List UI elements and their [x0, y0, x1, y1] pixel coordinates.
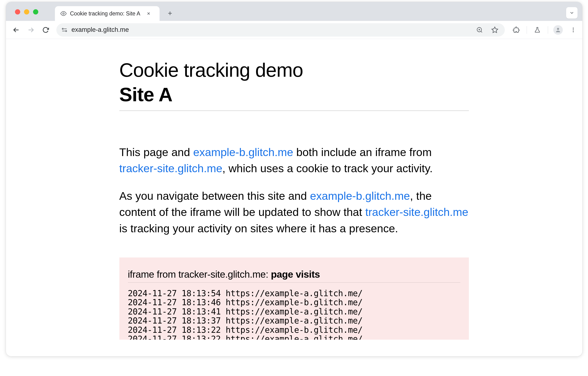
- visit-entry: 2024-11-27 18:13:46 https://example-b.gl…: [128, 298, 460, 307]
- window-controls: [15, 9, 38, 14]
- viewport: Cookie tracking demo Site A This page an…: [6, 39, 582, 356]
- link-example-b[interactable]: example-b.glitch.me: [310, 189, 410, 202]
- visit-entry: 2024-11-27 18:13:54 https://example-a.gl…: [128, 289, 460, 298]
- browser-window: Cookie tracking demo: Site A: [6, 2, 582, 356]
- forward-button[interactable]: [24, 23, 37, 36]
- tab-title: Cookie tracking demo: Site A: [70, 10, 140, 17]
- visit-entry: 2024-11-27 18:13:22 https://example-b.gl…: [128, 325, 460, 335]
- link-tracker-site[interactable]: tracker-site.glitch.me: [365, 206, 468, 218]
- page-title: Cookie tracking demo Site A: [119, 58, 469, 111]
- paragraph-1: This page and example-b.glitch.me both i…: [119, 144, 469, 177]
- extensions-icon[interactable]: [511, 25, 522, 35]
- svg-point-9: [65, 31, 66, 31]
- toolbar: example-a.glitch.me: [6, 21, 582, 39]
- profile-avatar[interactable]: [553, 25, 563, 35]
- browser-tab[interactable]: Cookie tracking demo: Site A: [55, 6, 160, 21]
- paragraph-2: As you navigate between this site and ex…: [119, 188, 469, 236]
- visit-entry: 2024-11-27 18:13:41 https://example-a.gl…: [128, 307, 460, 316]
- menu-dots-icon[interactable]: [568, 25, 578, 35]
- tab-search-button[interactable]: [566, 7, 577, 19]
- svg-line-12: [481, 31, 482, 32]
- svg-point-18: [573, 29, 574, 30]
- eye-icon: [60, 10, 67, 17]
- link-tracker-site[interactable]: tracker-site.glitch.me: [119, 162, 223, 175]
- heading-line2: Site A: [119, 84, 172, 105]
- close-tab-button[interactable]: [145, 10, 152, 17]
- labs-flask-icon[interactable]: [532, 25, 543, 35]
- minimize-window-button[interactable]: [24, 9, 29, 14]
- back-button[interactable]: [10, 23, 22, 36]
- close-window-button[interactable]: [15, 9, 20, 14]
- link-example-b[interactable]: example-b.glitch.me: [193, 146, 293, 158]
- url-text: example-a.glitch.me: [72, 26, 470, 33]
- svg-point-16: [557, 28, 559, 30]
- toolbar-divider: [527, 26, 527, 34]
- bookmark-star-icon[interactable]: [490, 25, 500, 35]
- new-tab-button[interactable]: [164, 8, 176, 19]
- svg-point-19: [573, 31, 574, 32]
- iframe-heading: iframe from tracker-site.glitch.me: page…: [128, 269, 460, 283]
- heading-line1: Cookie tracking demo: [119, 59, 303, 81]
- maximize-window-button[interactable]: [33, 9, 38, 14]
- page-content: Cookie tracking demo Site A This page an…: [115, 39, 474, 340]
- svg-point-0: [63, 13, 64, 14]
- svg-point-17: [573, 28, 574, 29]
- visit-entry: 2024-11-27 18:13:37 https://example-a.gl…: [128, 316, 460, 325]
- svg-marker-15: [492, 27, 498, 32]
- svg-point-7: [62, 28, 63, 30]
- address-bar[interactable]: example-a.glitch.me: [56, 23, 505, 37]
- reload-button[interactable]: [39, 23, 52, 36]
- iframe-tracker-box: iframe from tracker-site.glitch.me: page…: [119, 258, 469, 340]
- page-visits-log: 2024-11-27 18:13:54 https://example-a.gl…: [128, 289, 460, 340]
- site-settings-icon[interactable]: [61, 27, 68, 33]
- zoom-icon[interactable]: [474, 25, 485, 35]
- visit-entry: 2024-11-27 18:13:22 https://example-a.gl…: [128, 334, 460, 340]
- toolbar-divider: [548, 26, 548, 34]
- tab-strip: Cookie tracking demo: Site A: [6, 2, 582, 21]
